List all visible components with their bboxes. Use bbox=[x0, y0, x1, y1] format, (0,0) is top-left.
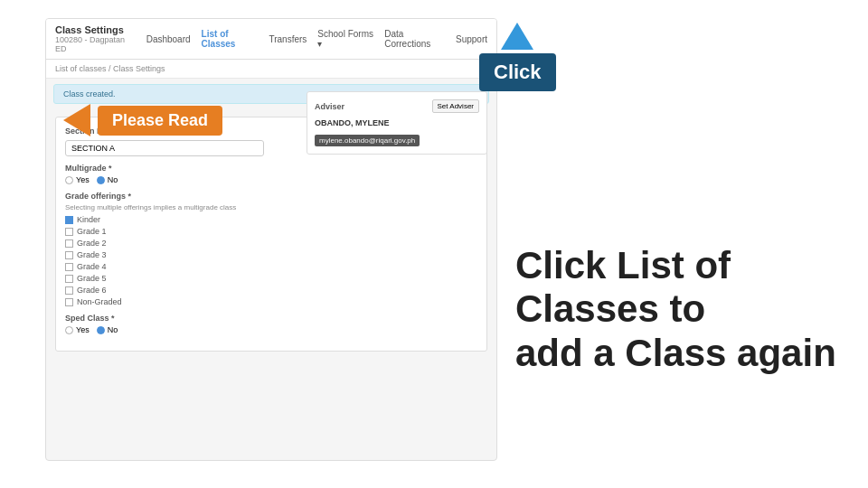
breadcrumb: List of classes / Class Settings bbox=[46, 60, 496, 79]
please-read-label: Please Read bbox=[98, 106, 222, 136]
checkbox-non-graded bbox=[65, 298, 73, 306]
big-text-line1: Click List of Classes to bbox=[515, 244, 841, 332]
checkbox-grade3 bbox=[65, 251, 73, 259]
nav-school-forms[interactable]: School Forms ▾ bbox=[317, 29, 373, 49]
grade-6[interactable]: Grade 6 bbox=[65, 286, 477, 295]
sped-options: Yes No bbox=[65, 325, 477, 334]
grade-3[interactable]: Grade 3 bbox=[65, 250, 477, 259]
multigrade-row: Multigrade * Yes No bbox=[65, 164, 477, 184]
grade-5[interactable]: Grade 5 bbox=[65, 274, 477, 283]
sped-label: Sped Class * bbox=[65, 314, 477, 323]
checkbox-grade5 bbox=[65, 275, 73, 283]
radio-no bbox=[97, 176, 105, 184]
grade-offerings-label: Grade offerings * bbox=[65, 192, 477, 201]
page-title: Class Settings bbox=[55, 24, 134, 35]
alert-text: Class created. bbox=[63, 89, 116, 99]
browser-card: Class Settings 100280 - Dagpatan ED Dash… bbox=[45, 18, 497, 461]
grade-note: Selecting multiple offerings implies a m… bbox=[65, 203, 477, 211]
grade-offerings-row: Grade offerings * Selecting multiple off… bbox=[65, 192, 477, 306]
big-text-area: Click List of Classes to add a Class aga… bbox=[515, 244, 841, 375]
multigrade-label: Multigrade * bbox=[65, 164, 477, 173]
checkbox-grade4 bbox=[65, 263, 73, 271]
arrow-left-icon bbox=[63, 104, 90, 136]
multigrade-options: Yes No bbox=[65, 175, 477, 184]
adviser-name: OBANDO, MYLENE bbox=[315, 118, 479, 127]
grade-1[interactable]: Grade 1 bbox=[65, 227, 477, 236]
nav-data-corrections[interactable]: Data Corrections bbox=[384, 29, 445, 49]
checkbox-grade6 bbox=[65, 286, 73, 295]
adviser-header: Adviser Set Adviser bbox=[315, 99, 479, 113]
sped-row: Sped Class * Yes No bbox=[65, 314, 477, 334]
grade-kinder[interactable]: Kinder bbox=[65, 215, 477, 224]
slide: Class Settings 100280 - Dagpatan ED Dash… bbox=[0, 0, 868, 488]
adviser-section: Adviser Set Adviser OBANDO, MYLENE mylen… bbox=[307, 91, 487, 155]
grade-non-graded[interactable]: Non-Graded bbox=[65, 297, 477, 306]
page-subtitle: 100280 - Dagpatan ED bbox=[55, 35, 134, 53]
radio-sped-no bbox=[97, 326, 105, 334]
nav-links: Dashboard List of Classes Transfers Scho… bbox=[146, 29, 487, 49]
grade-4[interactable]: Grade 4 bbox=[65, 262, 477, 271]
grade-2[interactable]: Grade 2 bbox=[65, 239, 477, 248]
adviser-email: mylene.obando@riqari.gov.ph bbox=[315, 135, 420, 146]
nav-list-of-classes[interactable]: List of Classes bbox=[202, 29, 259, 49]
page-title-area: Class Settings 100280 - Dagpatan ED bbox=[55, 24, 134, 53]
click-label: Click bbox=[479, 53, 556, 91]
checkbox-grade1 bbox=[65, 228, 73, 236]
nav-dashboard[interactable]: Dashboard bbox=[146, 34, 191, 44]
sped-yes[interactable]: Yes bbox=[65, 325, 90, 334]
checkbox-grade2 bbox=[65, 239, 73, 248]
grade-list: Kinder Grade 1 Grade 2 Grade 3 bbox=[65, 215, 477, 306]
please-read-area: Please Read bbox=[63, 104, 222, 136]
nav-bar: Class Settings 100280 - Dagpatan ED Dash… bbox=[46, 19, 496, 60]
checkbox-kinder bbox=[65, 216, 73, 224]
multigrade-no[interactable]: No bbox=[97, 175, 118, 184]
nav-transfers[interactable]: Transfers bbox=[269, 34, 307, 44]
radio-yes bbox=[65, 176, 73, 184]
radio-sped-yes bbox=[65, 326, 73, 334]
arrow-up-icon bbox=[501, 23, 533, 50]
set-adviser-button[interactable]: Set Adviser bbox=[432, 99, 479, 113]
click-indicator: Click bbox=[479, 23, 556, 91]
yes-label: Yes bbox=[76, 175, 90, 184]
sped-no[interactable]: No bbox=[97, 325, 118, 334]
adviser-title: Adviser bbox=[315, 102, 344, 111]
section-name-input[interactable] bbox=[65, 140, 264, 156]
big-text-line2: add a Class again bbox=[515, 332, 841, 375]
multigrade-yes[interactable]: Yes bbox=[65, 175, 90, 184]
no-label: No bbox=[108, 175, 118, 184]
